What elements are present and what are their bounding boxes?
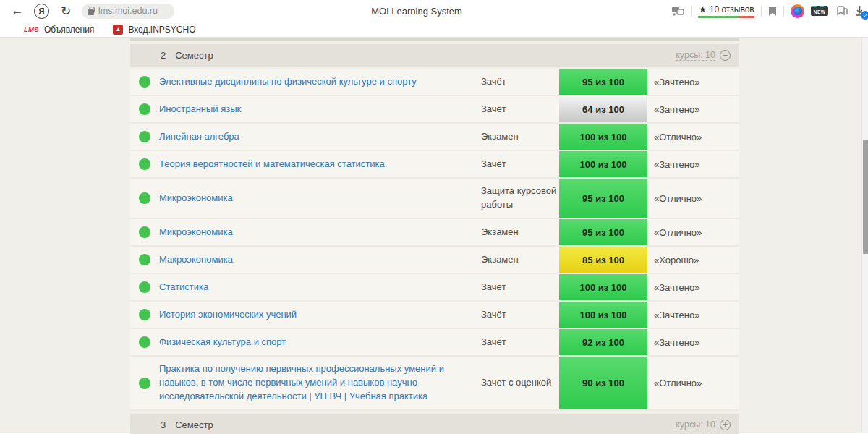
score-badge: 95 из 100: [559, 219, 647, 245]
nav-controls: ← Я ↻ lms.moi.edu.ru: [7, 0, 174, 22]
status-dot: [139, 378, 150, 389]
refresh-icon[interactable]: ↻: [56, 1, 76, 20]
course-link[interactable]: Иностранный язык: [159, 103, 481, 116]
grade-text: «Отлично»: [647, 227, 739, 238]
grade-text: «Зачтено»: [647, 282, 739, 293]
course-row: Практика по получению первичных професси…: [130, 357, 739, 411]
score-badge: 100 из 100: [559, 151, 647, 177]
score-badge: 85 из 100: [559, 247, 647, 273]
assessment-type: Экзамен: [481, 253, 559, 267]
back-icon[interactable]: ←: [7, 1, 27, 20]
courses-count-link[interactable]: курсы: 10: [676, 50, 715, 61]
course-row: История экономических учений Зачёт 100 и…: [130, 302, 739, 329]
downloads-count-badge: 2: [861, 11, 868, 20]
inpsycho-favicon: ▲: [113, 25, 123, 35]
course-link[interactable]: Линейная алгебра: [159, 130, 481, 144]
course-row: Физическая культура и спорт Зачёт 92 из …: [130, 329, 739, 357]
course-link[interactable]: Макроэкономика: [159, 253, 481, 267]
score-badge: 100 из 100: [559, 302, 647, 328]
bookmarks-bar: LMS Объявления ▲ Вход.INPSYCHO: [0, 22, 868, 38]
score-badge: 95 из 100: [559, 179, 647, 218]
extension-color-icon[interactable]: [791, 4, 804, 18]
course-link[interactable]: Физическая культура и спорт: [159, 336, 481, 349]
semester-label: Семестр: [175, 50, 213, 61]
collections-icon[interactable]: [835, 5, 848, 17]
courses-count-link[interactable]: курсы: 10: [676, 420, 715, 430]
semester-label: Семестр: [175, 420, 213, 430]
grade-text: «Отлично»: [647, 378, 739, 388]
course-link[interactable]: Микроэкономика: [159, 192, 481, 205]
assessment-type: Зачёт: [481, 336, 559, 349]
status-dot: [139, 192, 150, 204]
score-badge: 64 из 100: [559, 96, 647, 122]
expand-icon[interactable]: +: [720, 420, 731, 430]
score-badge: 100 из 100: [559, 274, 647, 300]
course-rows: Элективные дисциплины по физической куль…: [130, 69, 739, 411]
address-bar[interactable]: lms.moi.edu.ru: [82, 4, 174, 19]
score-badge: 100 из 100: [559, 124, 647, 150]
grade-text: «Зачтено»: [647, 77, 739, 88]
browser-chrome: ← Я ↻ lms.moi.edu.ru MOI Learning System…: [0, 0, 868, 22]
grade-text: «Зачтено»: [647, 104, 739, 115]
course-row: Микроэкономика Экзамен 95 из 100 «Отличн…: [130, 219, 739, 247]
collapse-icon[interactable]: −: [720, 50, 731, 61]
yandex-logo-icon[interactable]: Я: [34, 4, 49, 19]
course-link[interactable]: Теория вероятностей и математическая ста…: [159, 158, 481, 171]
divider: [783, 6, 784, 17]
assessment-type: Защита курсовой работы: [481, 184, 559, 212]
semester-header: 2 Семестр курсы: 10 −: [130, 44, 739, 67]
previous-semester-edge: [130, 38, 739, 41]
course-link[interactable]: Микроэкономика: [159, 226, 481, 239]
course-link[interactable]: История экономических учений: [159, 308, 481, 322]
score-badge: 92 из 100: [559, 329, 647, 355]
tab-sessions-icon[interactable]: [671, 6, 684, 17]
url-text[interactable]: lms.moi.edu.ru: [98, 6, 158, 16]
assessment-type: Зачёт: [481, 158, 559, 171]
bookmark-inpsycho[interactable]: ▲ Вход.INPSYCHO: [113, 25, 195, 35]
next-semester-header: 3 Семестр курсы: 10 +: [130, 414, 739, 434]
rating-bar: [698, 16, 754, 18]
grade-text: «Зачтено»: [647, 159, 739, 170]
assessment-type: Зачёт: [481, 75, 559, 89]
course-row: Микроэкономика Защита курсовой работы 95…: [130, 179, 739, 219]
status-dot: [139, 309, 150, 320]
downloads-icon[interactable]: 2: [854, 5, 865, 17]
bookmark-flag-icon[interactable]: [768, 6, 777, 17]
divider: [761, 6, 762, 17]
course-row: Линейная алгебра Экзамен 100 из 100 «Отл…: [130, 124, 739, 151]
assessment-type: Экзамен: [481, 226, 559, 239]
score-badge: 95 из 100: [559, 69, 647, 95]
semester-number: 2: [161, 50, 166, 61]
course-link[interactable]: Элективные дисциплины по физической куль…: [159, 75, 481, 89]
page-scrollbar[interactable]: [861, 38, 868, 433]
assessment-type: Зачёт: [481, 103, 559, 116]
assessment-type: Зачёт: [481, 281, 559, 294]
status-dot: [139, 76, 150, 88]
course-row: Теория вероятностей и математическая ста…: [130, 151, 739, 179]
grade-text: «Зачтено»: [647, 337, 739, 348]
course-link[interactable]: Практика по получению первичных професси…: [159, 362, 481, 404]
bookmark-announcements[interactable]: LMS Объявления: [24, 25, 94, 35]
status-dot: [139, 336, 150, 348]
status-dot: [139, 158, 150, 170]
course-link[interactable]: Статистика: [159, 281, 481, 294]
page-body: 2 Семестр курсы: 10 − Элективные дисципл…: [0, 38, 868, 433]
status-dot: [139, 226, 150, 238]
site-reviews[interactable]: ★ 10 отзывов: [698, 4, 754, 18]
status-dot: [139, 254, 150, 265]
course-row: Статистика Зачёт 100 из 100 «Зачтено»: [130, 274, 739, 302]
scrollbar-thumb[interactable]: [863, 140, 868, 254]
lms-favicon: LMS: [24, 25, 39, 33]
divider: [691, 6, 692, 17]
assessment-type: Зачет с оценкой: [481, 376, 559, 390]
course-row: Макроэкономика Экзамен 85 из 100 «Хорошо…: [130, 247, 739, 274]
status-dot: [139, 281, 150, 293]
star-icon: ★: [699, 4, 707, 14]
assessment-type: Зачёт: [481, 308, 559, 322]
semester-number: 3: [161, 420, 166, 430]
grades-table: 2 Семестр курсы: 10 − Элективные дисципл…: [130, 44, 739, 434]
new-feature-icon[interactable]: NEW: [811, 6, 828, 16]
score-badge: 90 из 100: [559, 357, 647, 409]
reviews-count: 10 отзывов: [710, 4, 754, 14]
grade-text: «Отлично»: [647, 193, 739, 204]
